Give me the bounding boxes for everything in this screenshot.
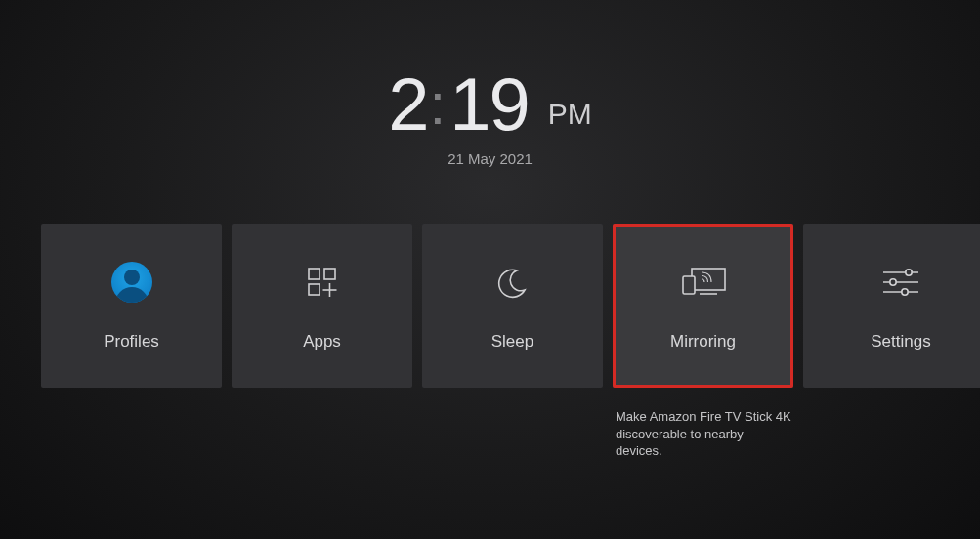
mirroring-icon [676, 260, 731, 305]
tile-sleep[interactable]: Sleep [422, 224, 603, 388]
tile-settings[interactable]: Settings [803, 224, 980, 388]
svg-rect-5 [692, 269, 725, 290]
tile-label: Settings [871, 332, 930, 352]
svg-rect-7 [683, 276, 695, 294]
clock-minute: 19 [449, 62, 529, 146]
quick-actions-row: Profiles Apps Sleep [41, 224, 980, 388]
svg-point-9 [906, 270, 912, 275]
svg-point-11 [890, 279, 896, 285]
svg-rect-2 [309, 284, 320, 295]
tile-mirroring[interactable]: Mirroring [613, 224, 793, 388]
svg-rect-0 [309, 269, 320, 279]
svg-rect-1 [324, 269, 335, 279]
profile-avatar-icon [111, 260, 152, 305]
tile-label: Apps [303, 332, 341, 352]
sliders-icon [879, 260, 922, 305]
tile-label: Sleep [491, 332, 533, 352]
svg-point-13 [902, 289, 908, 295]
moon-icon [493, 260, 533, 305]
clock-colon: : [430, 70, 448, 138]
clock-ampm: PM [548, 98, 592, 131]
tile-label: Profiles [104, 332, 159, 352]
clock-hour: 2 [388, 62, 427, 146]
clock-date: 21 May 2021 [0, 150, 980, 167]
tile-label: Mirroring [670, 332, 736, 352]
apps-grid-icon [303, 260, 342, 305]
selected-tile-description: Make Amazon Fire TV Stick 4K discoverabl… [616, 408, 791, 460]
tile-apps[interactable]: Apps [232, 224, 412, 388]
tile-profiles[interactable]: Profiles [41, 224, 222, 388]
clock-section: 2 : 19 PM 21 May 2021 [0, 62, 980, 167]
clock: 2 : 19 PM [388, 62, 592, 146]
